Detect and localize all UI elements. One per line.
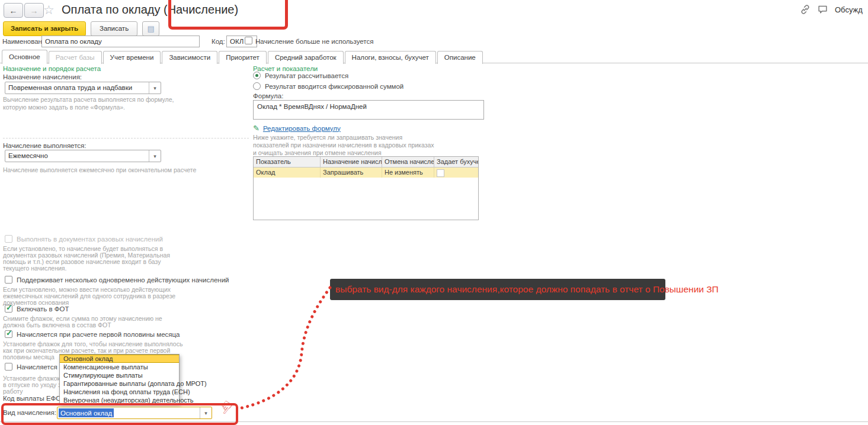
kind-combo[interactable]: Основной оклад ▾ — [57, 407, 212, 419]
tab-priority[interactable]: Приоритет — [219, 51, 267, 64]
assign-combo-value: Повременная оплата труда и надбавки — [5, 82, 149, 94]
toolbar: Записать и закрыть Записать ▤ — [3, 21, 159, 36]
tab-main[interactable]: Основное — [2, 50, 47, 64]
hint-line: работу — [3, 388, 23, 395]
result-calculated-label: Результат рассчитывается — [265, 72, 348, 79]
forward-button[interactable]: → — [24, 3, 44, 18]
include-fot-checkbox[interactable] — [5, 305, 12, 313]
tab-bar: ОсновноеРасчет базыУчет времениЗависимос… — [2, 50, 484, 64]
nav-buttons: ← → — [4, 3, 44, 18]
save-close-button[interactable]: Записать и закрыть — [3, 21, 86, 36]
dropdown-item[interactable]: Гарантированные выплаты (доплата до МРОТ… — [60, 379, 179, 388]
back-button[interactable]: ← — [4, 3, 23, 18]
cell-on-assign: Запрашивать — [321, 168, 382, 178]
kind-dropdown-list: Основной оклад Компенсационные выплаты С… — [59, 354, 180, 404]
sets-accounting-checkbox[interactable] — [437, 169, 444, 177]
assign-hint-line: Вычисление результата расчета выполняетс… — [3, 96, 174, 103]
first-half-month-checkbox[interactable] — [5, 330, 12, 338]
one-time-docs-label: Выполнять в документах разовых начислени… — [17, 236, 163, 243]
dropdown-item[interactable]: Начисления на фонд оплаты труда (ЕСН) — [60, 388, 179, 396]
one-time-docs-checkbox[interactable] — [5, 235, 12, 243]
multiple-accruals-label: Поддерживает несколько одновременно дейс… — [17, 276, 229, 284]
section-purpose-title: Назначение и порядок расчета — [3, 65, 101, 72]
table-header-on-cancel[interactable]: Отмена начисления — [382, 157, 434, 167]
cell-sets-accounting — [434, 168, 478, 178]
hint-line: половины месяца — [3, 354, 55, 360]
discussion-label[interactable]: Обсужд — [835, 5, 863, 14]
dropdown-item[interactable]: Основной оклад — [60, 355, 179, 363]
hint-line: текущего начисления. — [3, 265, 66, 272]
table-header-sets-accounting[interactable]: Задает бухучет — [434, 157, 478, 167]
indicators-note-line: показателей при назначении начисления в … — [253, 141, 434, 149]
save-button[interactable]: Записать — [91, 21, 137, 36]
period-combo-value: Ежемесячно — [5, 150, 149, 162]
include-fot-label: Включать в ФОТ — [17, 305, 69, 313]
edit-formula-row: ✎ Редактировать формулу — [253, 124, 341, 133]
forward-icon: → — [30, 6, 39, 15]
document-icon: ▤ — [147, 24, 154, 33]
result-fixed-label: Результат вводится фиксированной суммой — [265, 83, 403, 90]
indicators-table: Показатель Назначение начисления Отмена … — [253, 156, 479, 220]
cell-on-cancel: Не изменять — [382, 168, 434, 178]
tab-time-tracking[interactable]: Учет времени — [103, 51, 161, 64]
annotation-callout: выбрать вид-для каждого начисления,котор… — [330, 279, 665, 300]
period-label: Начисление выполняется: — [3, 142, 86, 149]
period-hint: Начисление выполняется ежемесячно при ок… — [3, 167, 196, 173]
discussion-icon[interactable] — [817, 4, 828, 15]
tab-average-earnings[interactable]: Средний заработок — [268, 51, 344, 64]
kind-combo-value: Основной оклад — [59, 408, 114, 417]
formula-field[interactable]: Оклад * ВремяВДнях / НормаДней — [253, 100, 484, 120]
multiple-accruals-checkbox[interactable] — [5, 276, 12, 284]
table-header-indicator[interactable]: Показатель — [254, 157, 321, 167]
table-header-row: Показатель Назначение начисления Отмена … — [254, 157, 478, 168]
table-header-on-assign[interactable]: Назначение начисления — [321, 157, 382, 167]
link-icon[interactable] — [800, 4, 811, 15]
pencil-icon: ✎ — [253, 124, 260, 133]
period-combo[interactable]: Ежемесячно ▾ — [5, 150, 161, 162]
page-title: Оплата по окладу (Начисление) — [62, 3, 238, 17]
table-row[interactable]: Оклад Запрашивать Не изменять — [254, 168, 478, 178]
cell-indicator: Оклад — [254, 168, 321, 178]
dropdown-item[interactable]: Компенсационные выплаты — [60, 363, 179, 371]
app-window: ← → ☆ Оплата по окладу (Начисление) Обсу… — [0, 0, 868, 425]
edit-formula-link[interactable]: Редактировать формулу — [263, 125, 341, 132]
tab-description[interactable]: Описание — [437, 51, 483, 64]
tab-dependencies[interactable]: Зависимости — [162, 51, 217, 64]
not-used-label: Начисление больше не используется — [255, 38, 373, 45]
bottom-divider — [0, 421, 868, 422]
code-input[interactable] — [226, 36, 257, 47]
dropdown-item[interactable]: Внеурочная (неаудиторская) деятельность — [60, 396, 179, 404]
result-calculated-radio[interactable] — [253, 72, 261, 79]
chevron-down-icon[interactable]: ▾ — [200, 407, 212, 418]
indicators-note-line: Ниже укажите, требуется ли запрашивать з… — [253, 134, 402, 141]
annotation-callout-text: выбрать вид-для каждого начисления,котор… — [335, 284, 719, 295]
formula-value: Оклад * ВремяВДнях / НормаДней — [254, 101, 483, 112]
section-calc-title: Расчет и показатели — [253, 65, 318, 72]
first-half-month-label: Начисляется при расчете первой половины … — [17, 331, 180, 338]
dashed-separator — [3, 138, 249, 139]
hand-pointer-icon: ☟ — [216, 397, 236, 418]
assign-combo[interactable]: Повременная оплата труда и надбавки ▾ — [5, 82, 161, 94]
dropdown-item[interactable]: Стимулирующие выплаты — [60, 371, 179, 379]
more-actions-button[interactable]: ▤ — [142, 21, 159, 36]
back-icon: ← — [9, 6, 18, 15]
vacation-accrual-checkbox[interactable] — [5, 363, 12, 371]
tab-calc-base[interactable]: Расчет базы — [49, 51, 102, 64]
code-label: Код: — [212, 38, 225, 45]
hint-line: должна быть включена в состав ФОТ — [3, 322, 111, 329]
tab-taxes[interactable]: Налоги, взносы, бухучет — [345, 51, 436, 64]
header-actions: Обсужд — [800, 4, 863, 15]
favorite-star-icon[interactable]: ☆ — [43, 3, 55, 17]
not-used-checkbox[interactable] — [245, 37, 252, 44]
name-input[interactable] — [41, 36, 200, 47]
chevron-down-icon[interactable]: ▾ — [149, 82, 161, 94]
chevron-down-icon[interactable]: ▾ — [149, 150, 161, 162]
formula-label: Формула: — [253, 92, 283, 99]
kind-label: Вид начисления: — [3, 409, 56, 416]
assign-hint-line: которую можно задать в поле «Формула». — [3, 104, 125, 111]
assign-label: Назначение начисления: — [3, 73, 82, 81]
result-fixed-radio[interactable] — [253, 82, 261, 90]
